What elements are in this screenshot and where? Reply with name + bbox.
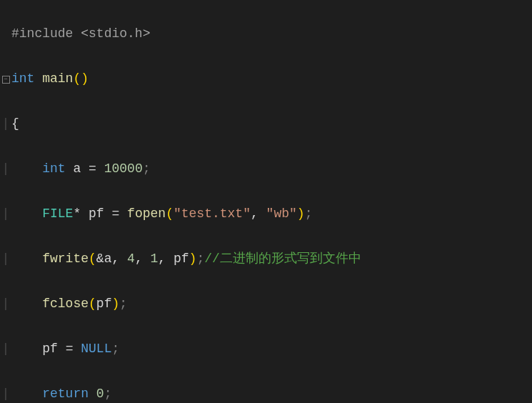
gutter: |: [0, 113, 11, 136]
semicolon: ;: [119, 297, 127, 311]
number: 4: [127, 252, 135, 266]
operator: =: [89, 161, 96, 176]
operator: =: [111, 207, 119, 221]
keyword: int: [11, 71, 34, 86]
parens: (): [73, 71, 89, 86]
null-keyword: NULL: [81, 342, 111, 356]
code-line: | int a = 10000;: [0, 158, 532, 181]
gutter: |: [0, 293, 11, 316]
fold-toggle[interactable]: −: [0, 68, 11, 91]
operator: *: [73, 207, 81, 221]
identifier: a: [104, 252, 112, 266]
paren-open: (: [166, 207, 174, 221]
keyword: int: [42, 161, 65, 176]
identifier: pf: [96, 297, 112, 311]
code-line: | fclose(pf);: [0, 293, 532, 316]
code-line: | pf = NULL;: [0, 338, 532, 361]
function-call: fopen: [127, 207, 166, 221]
semicolon: ;: [196, 252, 204, 266]
gutter: |: [0, 383, 11, 404]
header-name: stdio.h: [89, 26, 143, 41]
string: "wb": [266, 207, 297, 221]
paren-close: ): [111, 297, 119, 311]
function-call: fclose: [42, 297, 89, 311]
gutter: [0, 23, 11, 46]
identifier: pf: [174, 252, 189, 266]
keyword: return: [42, 387, 89, 401]
preproc-directive: #include: [11, 26, 73, 41]
operator: &: [96, 252, 104, 266]
identifier: a: [73, 161, 81, 176]
function-call: fwrite: [42, 252, 89, 266]
string: "test.txt": [174, 207, 251, 221]
angle-open: <: [81, 26, 89, 41]
gutter: |: [0, 203, 11, 226]
semicolon: ;: [111, 342, 119, 356]
code-line: −int main(): [0, 68, 532, 91]
gutter: |: [0, 158, 11, 181]
semicolon: ;: [143, 161, 151, 176]
comment: //二进制的形式写到文件中: [204, 252, 361, 266]
gutter: |: [0, 248, 11, 271]
gutter: |: [0, 338, 11, 361]
paren-close: ): [297, 207, 305, 221]
code-editor[interactable]: #include <stdio.h> −int main() |{ | int …: [0, 0, 532, 403]
comma: ,: [135, 252, 143, 266]
brace: {: [11, 116, 19, 131]
paren-close: ): [189, 252, 197, 266]
type: FILE: [42, 207, 73, 221]
code-line: | return 0;: [0, 383, 532, 404]
angle-close: >: [143, 26, 151, 41]
identifier: pf: [89, 207, 104, 221]
comma: ,: [158, 252, 166, 266]
function-name: main: [42, 71, 73, 86]
code-line: #include <stdio.h>: [0, 23, 532, 46]
number: 1: [151, 252, 159, 266]
number: 0: [96, 387, 104, 401]
number: 10000: [104, 161, 143, 176]
paren-open: (: [89, 252, 96, 266]
code-line: |{: [0, 113, 532, 136]
paren-open: (: [89, 297, 96, 311]
semicolon: ;: [305, 207, 313, 221]
comma: ,: [111, 252, 119, 266]
code-line: | fwrite(&a, 4, 1, pf);//二进制的形式写到文件中: [0, 248, 532, 271]
code-line: | FILE* pf = fopen("test.txt", "wb");: [0, 203, 532, 226]
identifier: pf: [42, 342, 58, 356]
comma: ,: [251, 207, 259, 221]
semicolon: ;: [104, 387, 112, 401]
operator: =: [66, 342, 74, 356]
